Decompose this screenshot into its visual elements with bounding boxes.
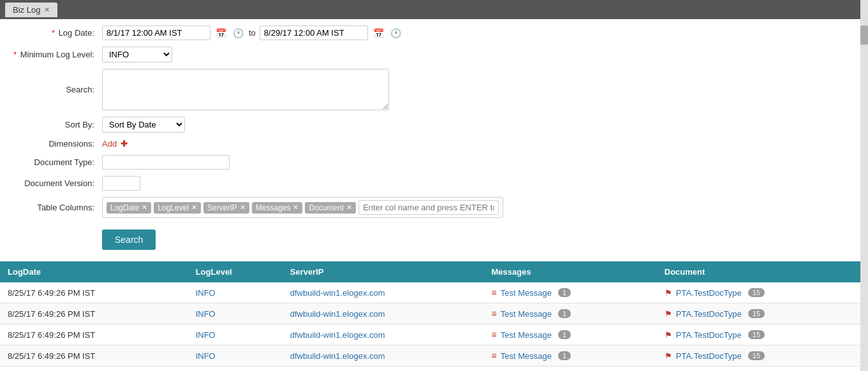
cell-document: ⚑ PTA.TestDocType 15 bbox=[657, 303, 868, 324]
loglevel-link[interactable]: INFO bbox=[196, 330, 216, 340]
log-date-label: * Log Date: bbox=[13, 28, 102, 38]
dimensions-row: Dimensions: Add ✚ bbox=[13, 139, 855, 149]
serverip-link[interactable]: dfwbuild-win1.elogex.com bbox=[290, 309, 385, 319]
table-row: 8/25/17 6:49:26 PM IST INFO dfwbuild-win… bbox=[0, 324, 868, 346]
tab-label: Biz Log bbox=[13, 5, 40, 15]
message-count-badge: 1 bbox=[558, 288, 571, 297]
document-type-row: Document Type: bbox=[13, 155, 855, 170]
to-separator: to bbox=[249, 28, 256, 38]
cell-serverip: dfwbuild-win1.elogex.com bbox=[283, 282, 484, 303]
loglevel-link[interactable]: INFO bbox=[196, 309, 216, 319]
document-icon: ⚑ bbox=[665, 351, 672, 361]
table-row: 8/25/17 6:49:26 PM IST INFO dfwbuild-win… bbox=[0, 303, 868, 324]
tag-logdate-remove[interactable]: ✕ bbox=[142, 203, 147, 212]
document-count-badge: 15 bbox=[748, 288, 765, 297]
document-version-input[interactable] bbox=[102, 176, 140, 191]
min-log-level-controls: INFO DEBUG WARN ERROR bbox=[102, 47, 855, 62]
sort-by-row: Sort By: Sort By Date Sort By Level bbox=[13, 117, 855, 133]
tag-loglevel: LogLevel ✕ bbox=[154, 202, 201, 214]
log-date-controls: 📅 🕐 to 📅 🕐 bbox=[102, 25, 855, 40]
search-row: Search: bbox=[13, 69, 855, 110]
add-dimension-link[interactable]: Add bbox=[102, 139, 117, 149]
dimensions-controls: Add ✚ bbox=[102, 139, 855, 149]
col-document: Document bbox=[657, 261, 868, 282]
table-row: 8/25/17 6:49:26 PM IST INFO dfwbuild-win… bbox=[0, 282, 868, 303]
serverip-link[interactable]: dfwbuild-win1.elogex.com bbox=[290, 351, 385, 361]
calendar-to-icon[interactable]: 📅 bbox=[372, 27, 385, 40]
clock-to-icon[interactable]: 🕐 bbox=[389, 27, 402, 40]
min-log-level-label: * Minimum Log Level: bbox=[13, 50, 102, 59]
document-icon: ⚑ bbox=[665, 309, 672, 319]
calendar-from-icon[interactable]: 📅 bbox=[214, 27, 228, 40]
search-controls bbox=[102, 69, 855, 110]
tag-serverip: ServerIP ✕ bbox=[203, 202, 249, 214]
serverip-link[interactable]: dfwbuild-win1.elogex.com bbox=[290, 288, 385, 298]
cell-serverip: dfwbuild-win1.elogex.com bbox=[283, 346, 484, 367]
tab-close-icon[interactable]: ✕ bbox=[44, 6, 50, 14]
cell-messages: ≡ Test Message 1 bbox=[484, 282, 657, 303]
message-list-icon: ≡ bbox=[492, 287, 497, 298]
sort-by-select[interactable]: Sort By Date Sort By Level bbox=[102, 117, 185, 133]
search-label: Search: bbox=[13, 85, 102, 94]
document-version-controls bbox=[102, 176, 855, 191]
column-name-input[interactable] bbox=[358, 200, 499, 215]
table-columns-label: Table Columns: bbox=[13, 203, 102, 212]
document-link[interactable]: PTA.TestDocType bbox=[676, 309, 742, 319]
message-link[interactable]: Test Message bbox=[501, 351, 552, 361]
document-type-input[interactable] bbox=[102, 155, 230, 170]
log-date-from-input[interactable] bbox=[102, 25, 210, 40]
document-count-badge: 15 bbox=[748, 330, 765, 339]
document-type-controls bbox=[102, 155, 855, 170]
search-button[interactable]: Search bbox=[102, 229, 156, 250]
min-log-level-row: * Minimum Log Level: INFO DEBUG WARN ERR… bbox=[13, 47, 855, 62]
message-link[interactable]: Test Message bbox=[501, 330, 552, 340]
biz-log-tab[interactable]: Biz Log ✕ bbox=[5, 3, 57, 17]
tag-serverip-remove[interactable]: ✕ bbox=[240, 203, 246, 212]
form-area: * Log Date: 📅 🕐 to 📅 🕐 * Minimum Log Lev… bbox=[0, 19, 868, 261]
dimensions-label: Dimensions: bbox=[13, 139, 102, 149]
document-icon: ⚑ bbox=[665, 288, 672, 298]
message-link[interactable]: Test Message bbox=[501, 309, 552, 319]
add-plus-icon: ✚ bbox=[121, 139, 128, 149]
table-columns-controls: LogDate ✕ LogLevel ✕ ServerIP ✕ Messages… bbox=[102, 197, 855, 218]
scrollbar-track[interactable] bbox=[860, 0, 868, 367]
serverip-link[interactable]: dfwbuild-win1.elogex.com bbox=[290, 330, 385, 340]
log-date-required: * bbox=[52, 28, 55, 38]
message-list-icon: ≡ bbox=[492, 330, 497, 340]
cell-serverip: dfwbuild-win1.elogex.com bbox=[283, 324, 484, 346]
loglevel-link[interactable]: INFO bbox=[196, 288, 216, 298]
tag-logdate: LogDate ✕ bbox=[107, 202, 151, 214]
sort-by-label: Sort By: bbox=[13, 120, 102, 129]
tab-bar: Biz Log ✕ bbox=[0, 0, 868, 19]
document-link[interactable]: PTA.TestDocType bbox=[676, 351, 742, 361]
document-version-label: Document Version: bbox=[13, 178, 102, 188]
scrollbar-thumb[interactable] bbox=[860, 25, 868, 45]
log-level-select[interactable]: INFO DEBUG WARN ERROR bbox=[102, 47, 172, 62]
min-log-level-required: * bbox=[13, 50, 17, 59]
message-count-badge: 1 bbox=[558, 351, 571, 360]
loglevel-link[interactable]: INFO bbox=[196, 351, 216, 361]
col-messages: Messages bbox=[484, 261, 657, 282]
cell-document: ⚑ PTA.TestDocType 15 bbox=[657, 346, 868, 367]
cell-document: ⚑ PTA.TestDocType 15 bbox=[657, 282, 868, 303]
document-link[interactable]: PTA.TestDocType bbox=[676, 288, 742, 298]
tag-document-remove[interactable]: ✕ bbox=[346, 203, 352, 212]
tag-loglevel-remove[interactable]: ✕ bbox=[191, 203, 197, 212]
tag-container: LogDate ✕ LogLevel ✕ ServerIP ✕ Messages… bbox=[102, 197, 503, 218]
document-link[interactable]: PTA.TestDocType bbox=[676, 330, 742, 340]
log-date-to-input[interactable] bbox=[260, 25, 368, 40]
document-type-label: Document Type: bbox=[13, 157, 102, 167]
cell-loglevel: INFO bbox=[188, 346, 283, 367]
cell-messages: ≡ Test Message 1 bbox=[484, 324, 657, 346]
cell-logdate: 8/25/17 6:49:26 PM IST bbox=[0, 303, 188, 324]
document-count-badge: 15 bbox=[748, 309, 765, 318]
tag-messages-remove[interactable]: ✕ bbox=[293, 203, 298, 212]
col-serverip: ServerIP bbox=[283, 261, 484, 282]
search-textarea[interactable] bbox=[102, 69, 389, 110]
message-link[interactable]: Test Message bbox=[501, 288, 552, 298]
clock-from-icon[interactable]: 🕐 bbox=[232, 27, 245, 40]
sort-by-controls: Sort By Date Sort By Level bbox=[102, 117, 855, 133]
table-columns-row: Table Columns: LogDate ✕ LogLevel ✕ Serv… bbox=[13, 197, 855, 218]
cell-messages: ≡ Test Message 1 bbox=[484, 346, 657, 367]
message-count-badge: 1 bbox=[558, 330, 571, 339]
